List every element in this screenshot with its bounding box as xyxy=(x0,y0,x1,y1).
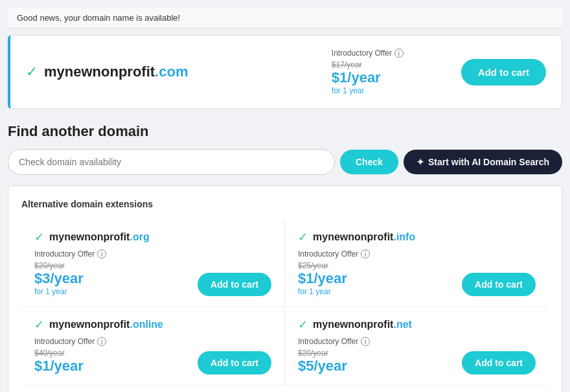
ai-search-label: Start with AI Domain Search xyxy=(428,157,549,167)
main-price-period: for 1 year xyxy=(332,86,435,95)
domain-item: ✓ mynewnonprofit.org Introductory Offer … xyxy=(21,220,285,307)
search-row: Check ✦ Start with AI Domain Search xyxy=(8,149,562,175)
alt-intro-label: Introductory Offer i xyxy=(298,337,370,346)
alt-add-to-cart-button[interactable]: Add to cart xyxy=(198,351,271,375)
main-domain-text: mynewnonprofit.com xyxy=(44,63,188,80)
ai-icon: ✦ xyxy=(416,157,424,167)
alt-add-to-cart-button[interactable]: Add to cart xyxy=(198,273,271,296)
alt-original-price: $20/year xyxy=(34,261,106,270)
alt-add-to-cart-button[interactable]: Add to cart xyxy=(462,273,536,296)
check-button[interactable]: Check xyxy=(340,150,398,174)
ai-search-button[interactable]: ✦ Start with AI Domain Search xyxy=(404,150,562,174)
alt-original-price: $20/year xyxy=(298,349,370,358)
domain-item: ✓ mynewnonprofit.online Introductory Off… xyxy=(21,307,285,386)
alt-info-icon[interactable]: i xyxy=(361,337,370,346)
find-another-title: Find another domain xyxy=(8,123,562,140)
main-add-to-cart-button[interactable]: Add to cart xyxy=(461,59,546,86)
alternatives-card: Alternative domain extensions ✓ mynewnon… xyxy=(8,185,562,392)
main-domain-name-section: ✓ mynewnonprofit.com xyxy=(26,63,332,80)
main-info-icon[interactable]: i xyxy=(394,49,404,58)
domain-item-tld: .org xyxy=(130,231,149,242)
main-domain-base: mynewnonprofit xyxy=(44,63,155,80)
availability-banner: Good news, your domain name is available… xyxy=(8,8,562,29)
domain-item-body: Introductory Offer i $40/year $1/year Ad… xyxy=(34,337,271,375)
domains-grid: ✓ mynewnonprofit.org Introductory Offer … xyxy=(21,220,549,386)
alt-info-icon[interactable]: i xyxy=(361,249,370,259)
main-sale-price: $1/year xyxy=(332,69,435,86)
alt-sale-price: $5/year xyxy=(298,358,370,375)
alt-price-period: for 1 year xyxy=(298,287,370,296)
available-check-icon: ✓ xyxy=(26,63,38,80)
domain-item-body: Introductory Offer i $20/year $5/year Ad… xyxy=(298,337,536,375)
domain-item-header: ✓ mynewnonprofit.online xyxy=(34,317,271,332)
domain-item-header: ✓ mynewnonprofit.net xyxy=(298,317,536,332)
domain-item-tld: .online xyxy=(130,319,163,330)
alt-price-period: for 1 year xyxy=(34,287,106,296)
domain-item-tld: .info xyxy=(393,231,415,242)
domain-item-pricing: Introductory Offer i $20/year $3/year fo… xyxy=(34,249,106,296)
main-domain-tld: .com xyxy=(155,63,188,80)
domain-item: ✓ mynewnonprofit.net Introductory Offer … xyxy=(285,307,549,386)
main-intro-label: Introductory Offer i xyxy=(332,49,435,58)
domain-item-name: mynewnonprofit.org xyxy=(49,231,150,243)
domain-item-name: mynewnonprofit.info xyxy=(313,231,415,243)
domain-item-tld: .net xyxy=(393,319,411,330)
alt-intro-label: Introductory Offer i xyxy=(34,249,106,259)
alt-info-icon[interactable]: i xyxy=(97,249,106,259)
main-domain-card: ✓ mynewnonprofit.com Introductory Offer … xyxy=(8,35,562,109)
domain-item-pricing: Introductory Offer i $25/year $1/year fo… xyxy=(298,249,370,296)
main-original-price: $17/year xyxy=(332,60,435,69)
banner-text: Good news, your domain name is available… xyxy=(17,13,180,23)
domain-search-input[interactable] xyxy=(8,149,335,175)
domain-item: ✓ mynewnonprofit.info Introductory Offer… xyxy=(285,220,549,307)
alt-original-price: $40/year xyxy=(34,349,106,358)
alt-intro-label: Introductory Offer i xyxy=(298,249,370,259)
domain-item-pricing: Introductory Offer i $20/year $5/year xyxy=(298,337,370,375)
alt-intro-label: Introductory Offer i xyxy=(34,337,106,346)
find-another-section: Find another domain Check ✦ Start with A… xyxy=(8,123,562,175)
alt-sale-price: $3/year xyxy=(34,270,106,287)
domain-check-icon: ✓ xyxy=(298,230,308,244)
domain-item-name: mynewnonprofit.online xyxy=(49,319,163,330)
alt-add-to-cart-button[interactable]: Add to cart xyxy=(462,351,536,375)
domain-item-header: ✓ mynewnonprofit.info xyxy=(298,230,536,244)
alt-info-icon[interactable]: i xyxy=(97,337,106,346)
alternatives-title: Alternative domain extensions xyxy=(21,199,549,209)
domain-item-pricing: Introductory Offer i $40/year $1/year xyxy=(34,337,106,375)
domain-check-icon: ✓ xyxy=(298,317,308,332)
domain-check-icon: ✓ xyxy=(34,230,44,244)
domain-item-header: ✓ mynewnonprofit.org xyxy=(34,230,271,244)
domain-check-icon: ✓ xyxy=(34,317,44,332)
alt-sale-price: $1/year xyxy=(298,270,370,287)
alt-sale-price: $1/year xyxy=(34,358,106,375)
main-domain-pricing: Introductory Offer i $17/year $1/year fo… xyxy=(332,49,435,95)
domain-item-body: Introductory Offer i $20/year $3/year fo… xyxy=(34,249,271,296)
domain-item-name: mynewnonprofit.net xyxy=(313,319,412,330)
alt-original-price: $25/year xyxy=(298,261,370,270)
domain-item-body: Introductory Offer i $25/year $1/year fo… xyxy=(298,249,536,296)
